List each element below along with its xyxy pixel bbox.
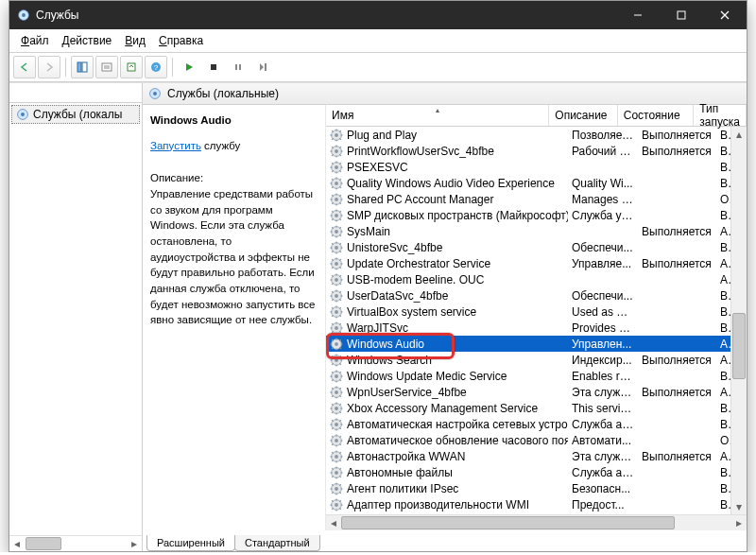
toolbar-separator: [65, 58, 66, 77]
menu-action[interactable]: Действие: [57, 32, 118, 49]
service-description: Enables re...: [568, 370, 638, 383]
service-name: Update Orchestrator Service: [347, 257, 490, 270]
service-name: WpnUserService_4bfbe: [347, 386, 467, 399]
svg-rect-24: [211, 64, 216, 70]
service-description: Управлен...: [568, 338, 638, 351]
gear-icon: [330, 257, 343, 270]
service-description: Used as a ...: [568, 305, 638, 319]
gear-icon: [330, 450, 343, 463]
gear-icon: [330, 354, 343, 367]
service-description: Manages p...: [568, 193, 638, 206]
horizontal-scrollbar[interactable]: ◂ ▸: [326, 514, 747, 530]
service-row[interactable]: UnistoreSvc_4bfbeОбеспечи...Вручную: [326, 239, 747, 255]
tree-horizontal-scrollbar[interactable]: ◂▸: [9, 535, 142, 551]
service-row[interactable]: USB-modem Beeline. OUCАвтоматиче: [326, 271, 747, 287]
service-row[interactable]: Автономные файлыСлужба ав...Вручную: [326, 464, 747, 480]
service-status: Выполняется: [638, 354, 716, 367]
restart-service-button[interactable]: [251, 56, 274, 78]
gear-icon: [330, 321, 343, 335]
start-suffix: службу: [201, 140, 240, 151]
service-row[interactable]: SMP дисковых пространств (Майкрософт)Слу…: [326, 207, 747, 223]
menu-help[interactable]: Справка: [153, 32, 209, 49]
svg-rect-18: [102, 63, 112, 71]
column-header-row: Имя ▴ Описание Состояние Тип запуска: [326, 105, 747, 127]
service-name: UnistoreSvc_4bfbe: [347, 241, 442, 254]
svg-rect-13: [678, 11, 685, 19]
service-row[interactable]: WarpJITSvcProvides a...Вручную: [326, 320, 747, 336]
show-hide-tree-button[interactable]: [71, 56, 94, 78]
forward-button[interactable]: [38, 56, 60, 78]
gear-icon: [148, 87, 162, 100]
service-row[interactable]: Quality Windows Audio Video ExperienceQu…: [326, 175, 747, 191]
service-description: Эта служб...: [568, 386, 638, 399]
tree-item-services-local[interactable]: Службы (локалы: [11, 105, 140, 124]
menu-view[interactable]: Вид: [119, 32, 151, 49]
service-row[interactable]: Windows AudioУправлен...Автоматиче: [326, 336, 747, 352]
menubar: Файл Действие Вид Справка: [9, 29, 747, 53]
svg-rect-16: [77, 62, 81, 72]
column-header-startup[interactable]: Тип запуска: [694, 105, 747, 126]
service-row[interactable]: Plug and PlayПозволяет...ВыполняетсяВруч…: [326, 127, 747, 143]
toolbar: ?: [9, 53, 747, 82]
service-status: Выполняется: [638, 386, 716, 399]
service-status: Выполняется: [638, 225, 716, 238]
service-row[interactable]: WpnUserService_4bfbeЭта служб...Выполняе…: [326, 384, 747, 400]
tabbar: Расширенный Стандартный: [143, 530, 747, 551]
titlebar[interactable]: Службы: [9, 1, 747, 29]
back-button[interactable]: [13, 56, 36, 78]
service-name: PrintWorkflowUserSvc_4bfbe: [347, 145, 494, 158]
service-row[interactable]: Автоматическая настройка сетевых устройс…: [326, 416, 747, 432]
tree-pane: Службы (локалы ◂▸: [9, 83, 143, 551]
toolbar-separator: [172, 58, 173, 77]
tab-extended[interactable]: Расширенный: [146, 535, 235, 551]
service-row[interactable]: VirtualBox system serviceUsed as a ...Вр…: [326, 304, 747, 320]
service-row[interactable]: SysMainВыполняетсяАвтоматиче: [326, 223, 747, 239]
service-row[interactable]: Shared PC Account ManagerManages p...Отк…: [326, 191, 747, 207]
service-row[interactable]: Xbox Accessory Management ServiceThis se…: [326, 400, 747, 416]
column-header-name[interactable]: Имя ▴: [326, 105, 549, 126]
service-name: Shared PC Account Manager: [347, 193, 493, 206]
close-button[interactable]: [703, 1, 747, 29]
pause-service-button[interactable]: [227, 56, 249, 78]
export-button[interactable]: [120, 56, 143, 78]
service-row[interactable]: PSEXESVCВручную: [326, 159, 747, 175]
column-header-description[interactable]: Описание: [549, 105, 617, 126]
sort-indicator-icon: ▴: [436, 106, 439, 114]
service-row[interactable]: Windows SearchИндексиp...ВыполняетсяАвто…: [326, 352, 747, 368]
service-description: Quality Wi...: [568, 177, 638, 190]
service-row[interactable]: PrintWorkflowUserSvc_4bfbeРабочий п...Вы…: [326, 143, 747, 159]
tab-standard[interactable]: Стандартный: [234, 535, 320, 551]
service-description: Эта служб...: [568, 450, 638, 463]
service-name: SysMain: [347, 225, 390, 238]
service-name: VirtualBox system service: [347, 305, 476, 319]
service-name: WarpJITSvc: [347, 321, 408, 335]
maximize-button[interactable]: [660, 1, 703, 29]
service-description: Управляе...: [568, 257, 638, 270]
properties-button[interactable]: [95, 56, 118, 78]
service-row[interactable]: Автоматическое обновление часового пояса…: [326, 432, 747, 448]
detail-panel: Windows Audio Запустить службу Описание:…: [143, 105, 325, 530]
start-service-link[interactable]: Запустить: [150, 140, 201, 151]
service-row[interactable]: Windows Update Medic ServiceEnables re..…: [326, 368, 747, 384]
gear-icon: [330, 386, 343, 399]
start-service-button[interactable]: [178, 56, 200, 78]
service-row[interactable]: Адаптер производительности WMIПредост...…: [326, 496, 747, 512]
service-name: UserDataSvc_4bfbe: [347, 289, 448, 303]
service-row[interactable]: UserDataSvc_4bfbeОбеспечи...Вручную: [326, 287, 747, 304]
vertical-scrollbar[interactable]: ▴ ▾: [730, 127, 747, 514]
service-description: Служба уз...: [568, 209, 638, 222]
service-row[interactable]: Update Orchestrator ServiceУправляе...Вы…: [326, 255, 747, 271]
service-list: Plug and PlayПозволяет...ВыполняетсяВруч…: [326, 127, 747, 514]
gear-icon: [330, 289, 343, 303]
svg-rect-26: [239, 64, 241, 70]
service-row[interactable]: Автонастройка WWANЭта служб...Выполняетс…: [326, 448, 747, 464]
column-header-status[interactable]: Состояние: [618, 105, 695, 126]
gear-icon: [330, 177, 343, 190]
stop-service-button[interactable]: [202, 56, 225, 78]
menu-file[interactable]: Файл: [15, 32, 55, 49]
minimize-button[interactable]: [616, 1, 660, 29]
service-row[interactable]: Агент политики IPsecБезопасн...Вручную: [326, 480, 747, 496]
svg-rect-27: [265, 63, 266, 71]
help-button[interactable]: ?: [145, 56, 167, 78]
svg-rect-21: [128, 63, 135, 71]
